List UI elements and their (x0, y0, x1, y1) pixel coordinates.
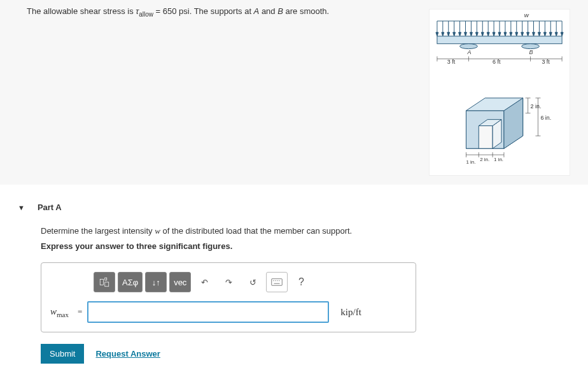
svg-marker-36 (533, 32, 535, 36)
text: are smooth. (283, 6, 329, 16)
svg-marker-42 (549, 32, 552, 36)
request-answer-link[interactable]: Request Answer (95, 349, 160, 359)
svg-marker-22 (493, 32, 495, 36)
equation-toolbar: ΑΣφ ↓↑ vec ↶ ↷ ↺ ? (94, 272, 407, 292)
svg-marker-38 (538, 32, 540, 36)
part-a-section: ▼ Part A Determine the largest intensity… (18, 203, 588, 364)
svg-marker-46 (561, 32, 563, 36)
subscript-button[interactable]: ↓↑ (145, 272, 167, 292)
vector-button[interactable]: vec (169, 272, 191, 292)
svg-marker-12 (465, 32, 467, 36)
svg-marker-28 (510, 32, 512, 36)
svg-marker-14 (470, 32, 472, 36)
svg-text:1 in.: 1 in. (466, 159, 475, 165)
svg-point-49 (460, 44, 478, 49)
equals-sign: = (78, 307, 82, 317)
svg-marker-44 (555, 32, 557, 36)
svg-text:1 in.: 1 in. (494, 157, 503, 162)
undo-button[interactable]: ↶ (193, 272, 215, 292)
question-text: Determine the largest intensity w of the… (41, 226, 588, 236)
svg-marker-32 (521, 32, 524, 36)
svg-marker-40 (543, 32, 546, 36)
redo-button[interactable]: ↷ (218, 272, 239, 292)
answer-input[interactable] (87, 301, 329, 323)
reset-button[interactable]: ↺ (242, 272, 263, 292)
svg-text:6 in.: 6 in. (540, 115, 551, 121)
template-button[interactable] (94, 272, 115, 292)
text: and (259, 6, 277, 16)
figure-diagram: w A B 3 ft 6 ft 3 ft (429, 9, 570, 176)
svg-marker-6 (447, 32, 450, 36)
stress-value: 650 psi (163, 6, 190, 16)
tau-subscript: allow (139, 11, 153, 18)
svg-rect-89 (105, 278, 107, 280)
svg-rect-91 (272, 279, 283, 286)
svg-marker-20 (487, 32, 489, 36)
text: . The supports at (190, 6, 254, 16)
help-button[interactable]: ? (290, 272, 312, 292)
svg-rect-48 (437, 36, 562, 44)
svg-text:3 ft: 3 ft (542, 59, 550, 65)
svg-text:A: A (466, 49, 471, 55)
part-title: Part A (38, 203, 62, 212)
keyboard-button[interactable] (266, 272, 288, 292)
svg-marker-26 (504, 32, 507, 36)
support-b: B (277, 6, 283, 16)
svg-text:3 ft: 3 ft (447, 59, 456, 65)
svg-text:2 in.: 2 in. (480, 157, 489, 162)
svg-text:6 ft: 6 ft (493, 59, 501, 65)
part-header[interactable]: ▼ Part A (18, 203, 588, 212)
svg-marker-30 (515, 32, 518, 36)
unit-label: kip/ft (340, 307, 361, 318)
svg-marker-8 (453, 32, 456, 36)
svg-text:B: B (529, 49, 533, 55)
submit-button[interactable]: Submit (41, 344, 84, 364)
svg-marker-4 (442, 32, 444, 36)
instruction-text: Express your answer to three significant… (41, 241, 588, 251)
collapse-icon: ▼ (18, 204, 25, 211)
svg-text:2 in.: 2 in. (531, 103, 542, 110)
svg-rect-90 (105, 282, 109, 287)
text: The allowable shear stress is (27, 6, 136, 16)
variable-label: wmax (50, 306, 69, 318)
svg-point-50 (522, 44, 540, 49)
greek-button[interactable]: ΑΣφ (118, 272, 143, 292)
svg-marker-24 (498, 32, 501, 36)
svg-marker-10 (459, 32, 461, 36)
text: = (153, 6, 163, 16)
svg-text:w: w (524, 11, 529, 18)
svg-marker-18 (481, 32, 484, 36)
svg-marker-16 (475, 32, 478, 36)
svg-marker-2 (436, 32, 438, 36)
svg-rect-88 (100, 280, 103, 285)
answer-box: ΑΣφ ↓↑ vec ↶ ↷ ↺ ? wmax = kip/ft (41, 262, 416, 332)
svg-marker-67 (479, 126, 493, 149)
svg-marker-34 (527, 32, 529, 36)
support-a: A (254, 6, 260, 16)
problem-statement-area: The allowable shear stress is τallow = 6… (0, 0, 588, 185)
